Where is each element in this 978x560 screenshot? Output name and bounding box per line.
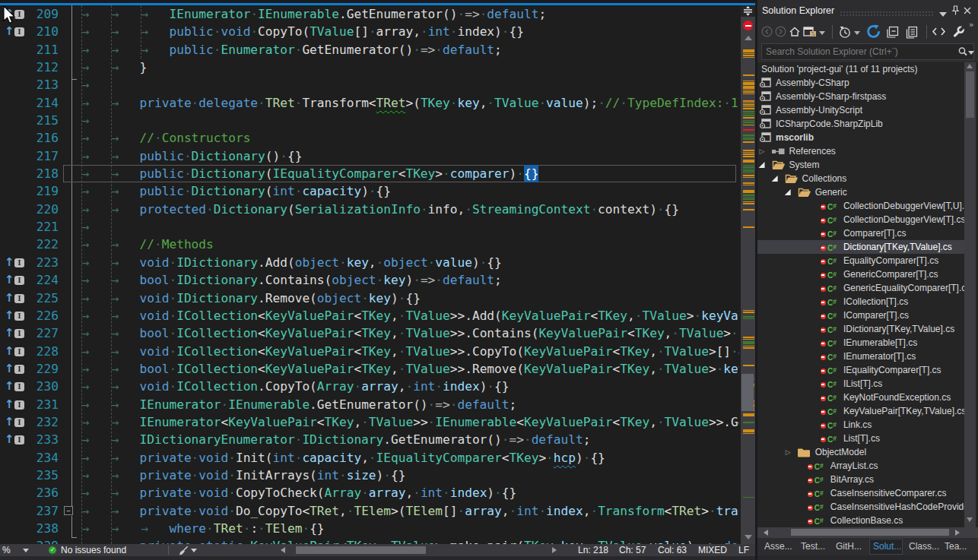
code-line[interactable]: ↑I233→→IDictionaryEnumerator·IDictionary… bbox=[0, 431, 739, 448]
code-cleanup-caret-icon[interactable] bbox=[191, 549, 197, 552]
tree-item-collectiondebuggerview-t-cs[interactable]: C#CollectionDebuggerView[T].cs bbox=[757, 213, 964, 226]
expanded-arrow-icon[interactable] bbox=[772, 176, 778, 182]
pending-changes-caret-icon[interactable] bbox=[854, 31, 860, 35]
tree-item-generic[interactable]: Generic bbox=[757, 185, 964, 199]
tree-item-idictionary-tkey-tvalue-cs[interactable]: C#IDictionary[TKey,TValue].cs bbox=[757, 322, 964, 336]
tree-item-caseinsensitivecomparer-cs[interactable]: C#CaseInsensitiveComparer.cs bbox=[757, 486, 964, 500]
tree-item-system[interactable]: System bbox=[757, 158, 964, 172]
health-status-text[interactable]: No issues found bbox=[61, 544, 126, 556]
code-line[interactable]: 213→ bbox=[0, 76, 739, 93]
hscroll-right-arrow[interactable] bbox=[552, 547, 557, 553]
code-line[interactable]: ↑I229→→bool·ICollection<KeyValuePair<TKe… bbox=[0, 360, 739, 378]
forward-button-icon[interactable] bbox=[775, 26, 786, 37]
tool-window-tab-gith[interactable]: GitH... bbox=[836, 538, 862, 555]
collapsed-arrow-icon[interactable]: ▷ bbox=[786, 448, 791, 457]
hscroll-thumb[interactable] bbox=[791, 529, 949, 536]
tree-item-mscorlib[interactable]: mscorlib bbox=[757, 131, 964, 144]
window-position-caret-icon[interactable] bbox=[939, 12, 947, 17]
tree-vertical-scrollbar[interactable] bbox=[964, 62, 976, 527]
code-cleanup-broom-icon[interactable] bbox=[179, 546, 189, 555]
hscroll-thumb[interactable] bbox=[296, 546, 426, 554]
home-button-icon[interactable] bbox=[789, 26, 801, 37]
code-line[interactable]: 234→→private·void·Init(int·capacity,·IEq… bbox=[0, 449, 739, 467]
scroll-down-arrow[interactable] bbox=[967, 517, 973, 522]
properties-wrench-icon[interactable] bbox=[951, 26, 965, 40]
zoom-control[interactable]: % bbox=[2, 544, 11, 556]
code-line[interactable]: 220→→protected·Dictionary(SerializationI… bbox=[0, 201, 739, 218]
tree-item-iequalitycomparer-t-cs[interactable]: C#IEqualityComparer[T].cs bbox=[757, 363, 964, 377]
code-line[interactable]: 221→ bbox=[0, 218, 739, 236]
title-grip-texture[interactable] bbox=[840, 11, 934, 17]
tree-item-solution-project-gui-11-of-11-projects[interactable]: Solution 'project-gui' (11 of 11 project… bbox=[757, 62, 964, 76]
tree-item-caseinsensitivehashcodeprovider-cs[interactable]: C#CaseInsensitiveHashCodeProvider.cs bbox=[757, 500, 964, 514]
view-code-icon[interactable] bbox=[932, 26, 946, 37]
zoom-dropdown-caret-icon[interactable] bbox=[23, 549, 29, 552]
toolbar-overflow-icon[interactable]: » bbox=[969, 21, 973, 29]
tree-item-bitarray-cs[interactable]: C#BitArray.cs bbox=[757, 473, 964, 486]
code-line[interactable]: ↑I223→→void·IDictionary.Add(object·key,·… bbox=[0, 254, 739, 271]
tree-item-icomparer-t-cs[interactable]: C#IComparer[T].cs bbox=[757, 308, 964, 322]
pin-icon[interactable] bbox=[951, 5, 960, 16]
switch-views-caret-icon[interactable] bbox=[819, 31, 825, 35]
code-line[interactable]: ↑I227→→bool·ICollection<KeyValuePair<TKe… bbox=[0, 324, 739, 342]
close-icon[interactable] bbox=[964, 7, 971, 14]
code-line[interactable]: 212→→} bbox=[0, 59, 739, 76]
code-line[interactable]: ↑I224→→bool·IDictionary.Contains(object·… bbox=[0, 271, 739, 289]
pending-changes-filter-icon[interactable] bbox=[838, 26, 852, 39]
code-line[interactable]: 218→→public·Dictionary(IEqualityComparer… bbox=[0, 165, 739, 182]
collapsed-arrow-icon[interactable]: ▷ bbox=[760, 147, 765, 157]
code-line[interactable]: 239→→private·static·KeyValuePair<TKey,·T… bbox=[0, 537, 739, 544]
tree-item-icsharpcode-sharpziplib[interactable]: ICSharpCode.SharpZipLib bbox=[757, 117, 964, 131]
tree-item-list-t-cs[interactable]: C#List[T].cs bbox=[757, 432, 964, 445]
tree-item-link-cs[interactable]: C#Link.cs bbox=[757, 418, 964, 432]
code-line[interactable]: ↑I231→→IEnumerator·IEnumerable.GetEnumer… bbox=[0, 396, 739, 413]
code-line[interactable]: 235→→private·void·InitArrays(int·size)·{… bbox=[0, 467, 739, 484]
tree-item-assembly-csharp-firstpass[interactable]: Assembly-CSharp-firstpass bbox=[757, 90, 964, 103]
scroll-down-arrow[interactable] bbox=[745, 535, 752, 539]
hscroll-right-arrow[interactable] bbox=[955, 530, 960, 536]
code-line[interactable]: 214→→private·delegate·TRet·Transform<TRe… bbox=[0, 94, 739, 112]
tree-item-equalitycomparer-t-cs[interactable]: C#EqualityComparer[T].cs bbox=[757, 254, 964, 267]
scrollbar-thumb[interactable] bbox=[966, 71, 974, 118]
search-icon[interactable] bbox=[957, 46, 968, 57]
tree-item-objectmodel[interactable]: ▷ObjectModel bbox=[757, 445, 964, 459]
code-line[interactable]: ↑I210→→→public·void·CopyTo(TValue[]·arra… bbox=[0, 23, 739, 40]
code-line[interactable]: 237→→private·void·Do_CopyTo<TRet,·TElem>… bbox=[0, 502, 739, 520]
code-line[interactable]: 215→ bbox=[0, 112, 739, 129]
tree-item-ienumerable-t-cs[interactable]: C#IEnumerable[T].cs bbox=[757, 336, 964, 350]
code-line[interactable]: ↑I226→→void·ICollection<KeyValuePair<TKe… bbox=[0, 307, 739, 324]
code-line[interactable]: 219→→public·Dictionary(int·capacity)·{} bbox=[0, 182, 739, 200]
code-line[interactable]: ↑I225→→void·IDictionary.Remove(object·ke… bbox=[0, 289, 739, 307]
tree-item-assembly-unityscript[interactable]: Assembly-UnityScript bbox=[757, 103, 964, 117]
search-input[interactable]: Search Solution Explorer (Ctrl+¨) bbox=[761, 43, 974, 60]
code-line[interactable]: ↑I228→→void·ICollection<KeyValuePair<TKe… bbox=[0, 343, 739, 360]
code-line[interactable]: 236→→private·void·CopyToCheck(Array·arra… bbox=[0, 484, 739, 501]
code-line[interactable]: ↑I209→→→IEnumerator·IEnumerable.GetEnume… bbox=[0, 5, 739, 23]
tree-item-genericequalitycomparer-t-cs[interactable]: C#GenericEqualityComparer[T].cs bbox=[757, 281, 964, 295]
search-caret-icon[interactable] bbox=[968, 51, 974, 55]
back-button-icon[interactable] bbox=[761, 26, 773, 37]
code-line[interactable]: 222→→//·Methods bbox=[0, 236, 739, 253]
switch-views-icon[interactable] bbox=[803, 26, 817, 38]
tool-window-tab-test[interactable]: Test... bbox=[801, 538, 825, 555]
tree-item-keyvaluepair-tkey-tvalue-cs[interactable]: C#KeyValuePair[TKey,TValue].cs bbox=[757, 404, 964, 418]
tree-item-icollection-t-cs[interactable]: C#ICollection[T].cs bbox=[757, 295, 964, 308]
tree-item-ienumerator-t-cs[interactable]: C#IEnumerator[T].cs bbox=[757, 350, 964, 363]
show-all-files-icon[interactable] bbox=[905, 26, 919, 39]
tool-window-tab-solut[interactable]: Solut... bbox=[873, 538, 901, 555]
scroll-up-arrow[interactable] bbox=[967, 64, 973, 68]
tree-item-collections[interactable]: Collections bbox=[757, 172, 964, 185]
tree-item-genericcomparer-t-cs[interactable]: C#GenericComparer[T].cs bbox=[757, 267, 964, 281]
code-line[interactable]: 211→→→public·Enumerator·GetEnumerator()·… bbox=[0, 41, 739, 59]
tree-item-assembly-csharp[interactable]: Assembly-CSharp bbox=[757, 76, 964, 90]
hscroll-left-arrow[interactable] bbox=[764, 530, 768, 536]
tree-item-keynotfoundexception-cs[interactable]: C#KeyNotFoundException.cs bbox=[757, 391, 964, 404]
tool-window-tab-asse[interactable]: Asse... bbox=[764, 538, 792, 555]
code-line[interactable]: 217→→public·Dictionary()·{} bbox=[0, 147, 739, 165]
code-line[interactable]: ↑I230→→void·ICollection.CopyTo(Array·arr… bbox=[0, 378, 739, 395]
code-viewport[interactable]: − ↑I209→→→IEnumerator·IEnumerable.GetEnu… bbox=[0, 5, 739, 544]
sync-with-active-document-icon[interactable] bbox=[866, 24, 881, 39]
code-line[interactable]: ↑I232→→IEnumerator<KeyValuePair<TKey,·TV… bbox=[0, 413, 739, 431]
split-window-grip-icon[interactable] bbox=[741, 5, 755, 17]
hscroll-left-arrow[interactable] bbox=[281, 547, 285, 553]
